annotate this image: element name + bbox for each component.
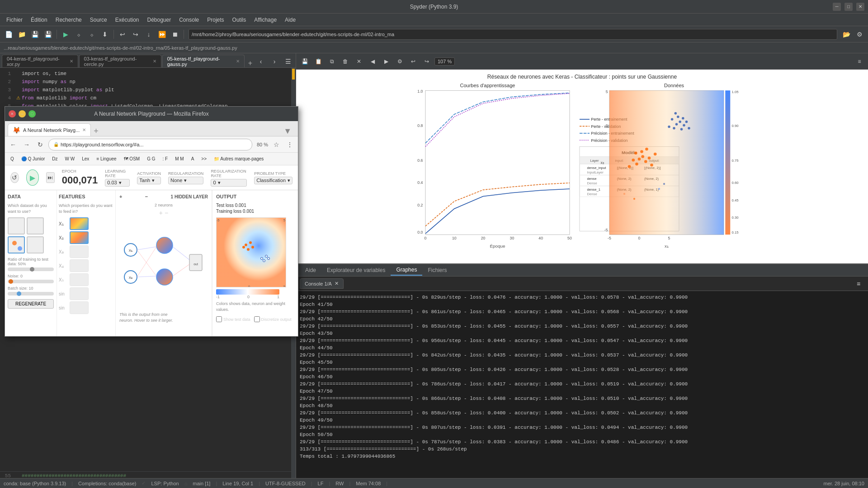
problem-type-select[interactable]: Classification ▾ [254,177,292,184]
settings-button[interactable]: ⚙ [854,28,865,40]
tab-graphes[interactable]: Graphes [391,265,422,276]
discretize-checkbox[interactable] [254,316,260,322]
menu-edition[interactable]: Édition [27,15,51,24]
bookmark-lex[interactable]: Lex [79,155,92,162]
menu-console[interactable]: Console [175,15,203,24]
bookmark-more[interactable]: >> [198,155,209,162]
open-file-button[interactable]: 📁 [16,28,28,40]
path-bar[interactable]: /mnt/home2/phroy/Bureau/seriousgames/ble… [189,29,837,40]
feature-x1x2-checkbox[interactable] [70,273,89,286]
menu-projets[interactable]: Projets [203,15,227,24]
close-button[interactable]: ✕ [856,3,864,11]
activation-select[interactable]: Tanh ▾ [137,177,161,184]
show-test-data-checkbox[interactable] [216,316,222,322]
step-into-button[interactable]: ↓ [143,28,155,40]
feature-sinx2-checkbox[interactable] [70,301,89,314]
browse-button[interactable]: 📂 [840,28,852,40]
dataset-xor[interactable] [27,217,44,235]
tab-explorateur[interactable]: Explorateur de variables [321,265,391,275]
feature-x12-checkbox[interactable] [70,245,89,258]
bookmark-autres[interactable]: 📁 Autres marque-pages [211,155,266,162]
console-output[interactable]: 29/29 [==============================] -… [296,291,868,477]
console-tab-close[interactable]: ✕ [335,281,339,286]
menu-fichier[interactable]: Fichier [3,15,26,24]
tab-fichiers[interactable]: Fichiers [422,265,452,275]
menu-source[interactable]: Source [86,15,111,24]
new-file-button[interactable]: 📄 [3,28,14,40]
browser-forward-button[interactable]: → [21,139,32,150]
browser-back-button[interactable]: ← [8,139,19,150]
dataset-circle[interactable] [8,217,25,235]
browser-tab-close[interactable]: ✕ [82,127,86,132]
menu-outils[interactable]: Outils [229,15,250,24]
new-tab-button[interactable]: + [91,127,101,136]
run-cell-button[interactable]: ⬦ [73,28,85,40]
stop-button[interactable]: ⏹ [169,28,181,40]
save-all-button[interactable]: 💾 [42,28,54,40]
tab-aide[interactable]: Aide [300,265,321,275]
tab-cercle-close[interactable]: ✕ [153,59,156,64]
plot-prev-button[interactable]: ◀ [367,56,378,67]
bookmark-star[interactable]: ☆ [271,139,282,150]
feature-x2-checkbox[interactable] [70,231,89,244]
tab-xor-close[interactable]: ✕ [70,59,73,64]
console-tab-1[interactable]: Console 1/A ✕ [300,278,344,289]
save-file-button[interactable]: 💾 [29,28,41,40]
nn-play-button[interactable]: ▶ [26,169,39,186]
browser-refresh-button[interactable]: ↻ [35,139,46,150]
menu-debuguer[interactable]: Déboguer [143,15,175,24]
menu-aide[interactable]: Aide [281,15,299,24]
tab-menu[interactable]: ☰ [282,56,294,67]
tab-xor[interactable]: 04-keras-tf_playground-xor.py ✕ [2,55,78,67]
noise-slider-thumb[interactable] [9,279,13,284]
debug-button[interactable]: ⬇ [99,28,111,40]
bookmark-f[interactable]: : F [160,155,171,162]
browser-close-button[interactable]: ✕ [9,110,16,117]
plot-panel-options[interactable]: ≡ [854,56,865,67]
bookmark-google[interactable]: G G [144,155,158,162]
menu-affichage[interactable]: Affichage [250,15,280,24]
tab-gauss-close[interactable]: ✕ [236,59,240,64]
learning-rate-select[interactable]: 0.03 ▾ [105,179,130,187]
menu-recherche[interactable]: Recherche [52,15,85,24]
minimize-button[interactable]: ─ [833,3,841,11]
tab-gauss[interactable]: 05-keras-tf_playground-gauss.py ✕ [162,55,245,67]
bookmark-w[interactable]: W W [62,155,78,162]
bookmark-m[interactable]: M M [172,155,186,162]
feature-sinx1-checkbox[interactable] [70,287,89,300]
dataset-gauss[interactable] [8,236,25,253]
bookmark-a[interactable]: A [189,155,197,162]
bookmark-q[interactable]: Q [8,155,17,162]
step-back-button[interactable]: ↪ [130,28,142,40]
run-button[interactable]: ▶ [60,28,71,40]
maximize-button[interactable]: □ [844,3,853,11]
url-bar[interactable]: 🔒 https://playground.tensorflow.org/#a..… [48,139,252,150]
plot-close-button[interactable]: ✕ [353,56,365,67]
bookmark-osm[interactable]: 🗺 OSM [121,155,143,162]
minus-layer-icon[interactable]: − [145,194,148,199]
dataset-spiral[interactable] [27,236,44,253]
browser-maximize-button[interactable]: □ [28,110,36,117]
plot-next-button[interactable]: ▶ [380,56,392,67]
reg-rate-select[interactable]: 0 ▾ [211,179,247,187]
bookmark-qjunior[interactable]: 🔵 Q Junior [19,155,48,162]
nn-reset-button[interactable]: ↺ [10,172,19,183]
browser-menu-button[interactable]: ⋮ [284,139,295,150]
browser-minimize-button[interactable]: ─ [19,110,26,117]
nn-step-button[interactable]: ⏭ [46,172,55,183]
feature-x22-checkbox[interactable] [70,259,89,272]
tab-nav-right[interactable]: › [269,56,280,67]
bookmark-dz[interactable]: Dz [49,155,60,162]
plot-settings-button[interactable]: ⚙ [394,56,406,67]
plot-duplicate-button[interactable]: ⧉ [326,56,338,67]
add-neuron-button[interactable]: + [159,209,163,216]
tab-cercle[interactable]: 03-keras-tf_playground-cercle.py ✕ [79,55,161,67]
bookmark-linguee[interactable]: ≡ Linguee [94,155,119,162]
feature-x1-checkbox[interactable] [70,217,89,230]
batch-slider-thumb[interactable] [17,291,21,296]
tab-add-button[interactable]: + [245,59,255,67]
ratio-slider-thumb[interactable] [30,267,34,272]
regenerate-button[interactable]: REGENERATE [8,299,54,309]
regularization-select[interactable]: None ▾ [168,177,203,184]
run-cell-advance-button[interactable]: ⬦ [86,28,98,40]
